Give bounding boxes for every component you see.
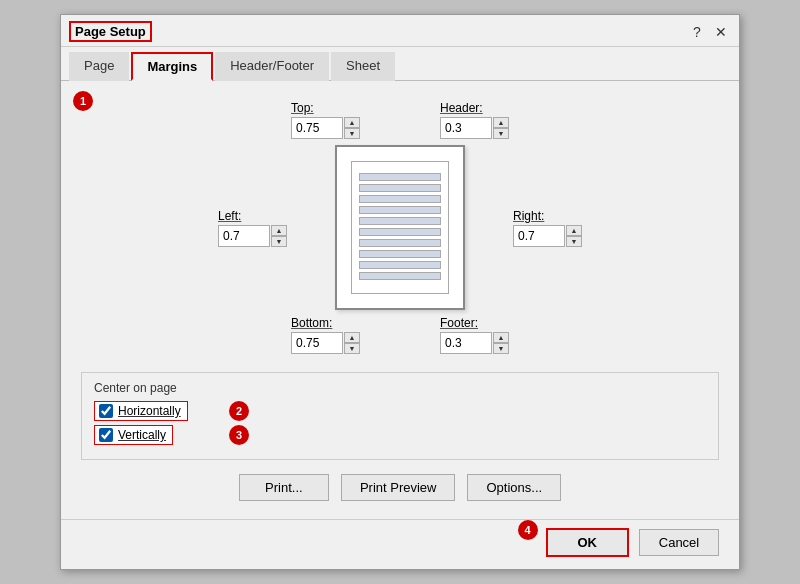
horizontally-checkbox[interactable]	[99, 404, 113, 418]
footer-margin-field: Footer: ▲ ▼	[440, 316, 509, 354]
top-label: Top:	[291, 101, 314, 115]
center-on-page-label: Center on page	[94, 381, 706, 395]
right-spin-down[interactable]: ▼	[566, 236, 582, 247]
right-spin-up[interactable]: ▲	[566, 225, 582, 236]
close-button[interactable]: ✕	[711, 22, 731, 42]
tab-margins[interactable]: Margins	[131, 52, 213, 81]
left-spinner-btns: ▲ ▼	[271, 225, 287, 247]
top-row: Top: ▲ ▼ Header: ▲	[81, 101, 719, 139]
tabs-bar: Page Margins Header/Footer Sheet	[61, 47, 739, 81]
vertically-checkbox-group[interactable]: Vertically	[94, 425, 173, 445]
page-setup-dialog: Page Setup ? ✕ Page Margins Header/Foote…	[60, 14, 740, 570]
footer-spinner: ▲ ▼	[440, 332, 509, 354]
header-spin-up[interactable]: ▲	[493, 117, 509, 128]
right-label: Right:	[513, 209, 544, 223]
page-table-area	[359, 173, 441, 282]
badge-3: 3	[229, 425, 249, 445]
ok-wrapper: 4 OK	[546, 528, 630, 557]
middle-row: Left: ▲ ▼	[81, 145, 719, 310]
bottom-input[interactable]	[291, 332, 343, 354]
footer-spin-up[interactable]: ▲	[493, 332, 509, 343]
tab-page[interactable]: Page	[69, 52, 129, 81]
left-spin-up[interactable]: ▲	[271, 225, 287, 236]
bottom-margin-field: Bottom: ▲ ▼	[291, 316, 360, 354]
top-input[interactable]	[291, 117, 343, 139]
right-spinner-btns: ▲ ▼	[566, 225, 582, 247]
help-button[interactable]: ?	[687, 22, 707, 42]
header-label: Header:	[440, 101, 483, 115]
bottom-spin-up[interactable]: ▲	[344, 332, 360, 343]
center-on-page-section: Center on page Horizontally 2 Vertically…	[81, 372, 719, 460]
table-row	[359, 272, 441, 280]
table-row	[359, 228, 441, 236]
table-row	[359, 195, 441, 203]
footer-input[interactable]	[440, 332, 492, 354]
table-row	[359, 206, 441, 214]
footer-spin-down[interactable]: ▼	[493, 343, 509, 354]
margins-layout: Top: ▲ ▼ Header: ▲	[81, 93, 719, 358]
tab-content: 1 Top: ▲ ▼ Header:	[61, 81, 739, 511]
footer-spinner-btns: ▲ ▼	[493, 332, 509, 354]
top-spin-up[interactable]: ▲	[344, 117, 360, 128]
right-spinner: ▲ ▼	[513, 225, 582, 247]
header-spin-down[interactable]: ▼	[493, 128, 509, 139]
badge-2: 2	[229, 401, 249, 421]
badge-4: 4	[518, 520, 538, 540]
tab-sheet[interactable]: Sheet	[331, 52, 395, 81]
bottom-spinner-btns: ▲ ▼	[344, 332, 360, 354]
footer-row: 4 OK Cancel	[61, 519, 739, 569]
top-spinner-btns: ▲ ▼	[344, 117, 360, 139]
left-label: Left:	[218, 209, 241, 223]
bottom-spin-down[interactable]: ▼	[344, 343, 360, 354]
dialog-title: Page Setup	[69, 21, 152, 42]
ok-button[interactable]: OK	[546, 528, 630, 557]
bottom-row: Bottom: ▲ ▼ Footer: ▲	[81, 316, 719, 354]
right-margin-field: Right: ▲ ▼	[513, 209, 582, 247]
header-input[interactable]	[440, 117, 492, 139]
table-row	[359, 250, 441, 258]
bottom-spinner: ▲ ▼	[291, 332, 360, 354]
left-spinner: ▲ ▼	[218, 225, 287, 247]
vertically-row: Vertically 3	[94, 425, 706, 445]
header-spinner-btns: ▲ ▼	[493, 117, 509, 139]
table-row	[359, 184, 441, 192]
left-spin-down[interactable]: ▼	[271, 236, 287, 247]
title-bar: Page Setup ? ✕	[61, 15, 739, 47]
options-button[interactable]: Options...	[467, 474, 561, 501]
vertically-checkbox[interactable]	[99, 428, 113, 442]
header-spinner: ▲ ▼	[440, 117, 509, 139]
cancel-button[interactable]: Cancel	[639, 529, 719, 556]
left-margin-field: Left: ▲ ▼	[218, 209, 287, 247]
table-row	[359, 173, 441, 181]
bottom-label: Bottom:	[291, 316, 332, 330]
table-row	[359, 261, 441, 269]
horizontally-label: Horizontally	[118, 404, 181, 418]
horizontally-checkbox-group[interactable]: Horizontally	[94, 401, 188, 421]
badge-1: 1	[73, 91, 93, 111]
top-margin-field: Top: ▲ ▼	[291, 101, 360, 139]
footer-label: Footer:	[440, 316, 478, 330]
vertically-label: Vertically	[118, 428, 166, 442]
print-preview-button[interactable]: Print Preview	[341, 474, 456, 501]
table-row	[359, 217, 441, 225]
top-spinner: ▲ ▼	[291, 117, 360, 139]
header-margin-field: Header: ▲ ▼	[440, 101, 509, 139]
tab-header-footer[interactable]: Header/Footer	[215, 52, 329, 81]
table-row	[359, 239, 441, 247]
left-input[interactable]	[218, 225, 270, 247]
horizontally-row: Horizontally 2	[94, 401, 706, 421]
right-input[interactable]	[513, 225, 565, 247]
page-preview	[335, 145, 465, 310]
title-bar-controls: ? ✕	[687, 22, 731, 42]
print-button[interactable]: Print...	[239, 474, 329, 501]
action-buttons: Print... Print Preview Options...	[81, 474, 719, 501]
top-spin-down[interactable]: ▼	[344, 128, 360, 139]
